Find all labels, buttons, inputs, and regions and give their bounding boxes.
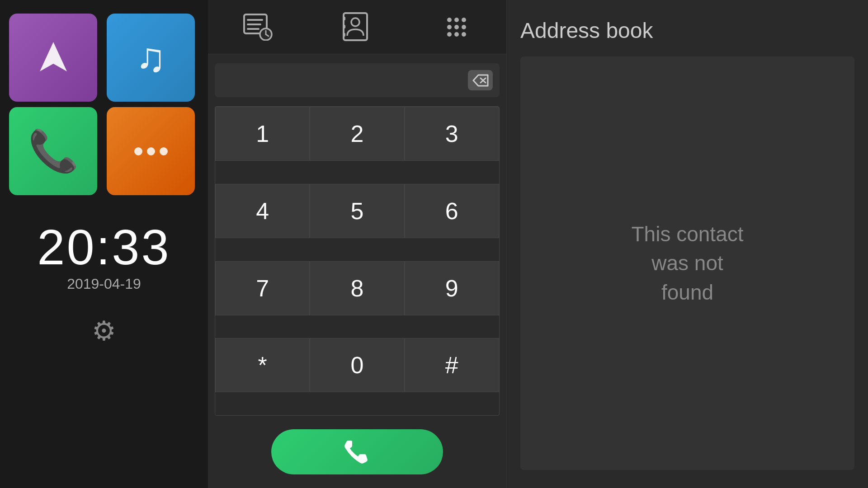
address-book-title: Address book [520,18,854,43]
more-dots-icon [134,147,168,155]
dial-key-8[interactable]: 8 [310,261,404,315]
svg-marker-0 [40,42,67,71]
clock-date: 2019-04-19 [37,276,170,292]
dialpad-icon [447,18,466,37]
svg-point-9 [351,18,359,26]
phone-input-display [215,63,500,97]
dial-key-9[interactable]: 9 [405,261,499,315]
call-button[interactable] [271,429,443,474]
recent-calls-icon [243,14,273,41]
address-book-content: This contact was not found [520,56,854,470]
app-tile-more[interactable] [107,107,195,195]
right-panel: Address book This contact was not found [506,0,868,488]
call-button-wrapper [208,420,506,488]
svg-rect-10 [343,17,345,20]
top-nav [208,0,506,54]
backspace-button[interactable] [468,70,493,90]
center-panel: 1 2 3 4 5 6 7 8 9 * 0 # [208,0,506,488]
time-display: 20:33 2019-04-19 [37,222,170,292]
app-tile-phone[interactable]: 📞 [9,107,97,195]
dial-key-0[interactable]: 0 [310,338,404,392]
dial-key-star[interactable]: * [215,338,310,392]
app-grid: ♫ 📞 [9,14,199,195]
backspace-icon [472,74,489,87]
dial-key-3[interactable]: 3 [405,107,499,161]
left-panel: ♫ 📞 20:33 2019-04-19 ⚙ [0,0,208,488]
dialpad-button[interactable] [439,9,475,45]
recent-calls-button[interactable] [240,9,276,45]
call-button-icon [344,438,371,465]
contacts-button[interactable] [339,9,375,45]
dial-key-1[interactable]: 1 [215,107,310,161]
contact-not-found-message: This contact was not found [632,220,744,307]
clock-time: 20:33 [37,222,170,272]
dialpad-grid: 1 2 3 4 5 6 7 8 9 * 0 # [215,106,500,416]
phone-icon: 📞 [28,127,79,175]
dial-key-5[interactable]: 5 [310,184,404,238]
svg-rect-11 [343,25,345,28]
dial-key-7[interactable]: 7 [215,261,310,315]
dial-key-2[interactable]: 2 [310,107,404,161]
app-tile-navigation[interactable] [9,14,97,102]
dial-key-4[interactable]: 4 [215,184,310,238]
app-tile-music[interactable]: ♫ [107,14,195,102]
dial-key-6[interactable]: 6 [405,184,499,238]
contacts-icon [343,12,372,42]
music-icon: ♫ [136,34,166,81]
settings-icon[interactable]: ⚙ [92,315,116,347]
navigation-icon [33,38,74,78]
svg-rect-12 [343,33,345,37]
dial-key-hash[interactable]: # [405,338,499,392]
